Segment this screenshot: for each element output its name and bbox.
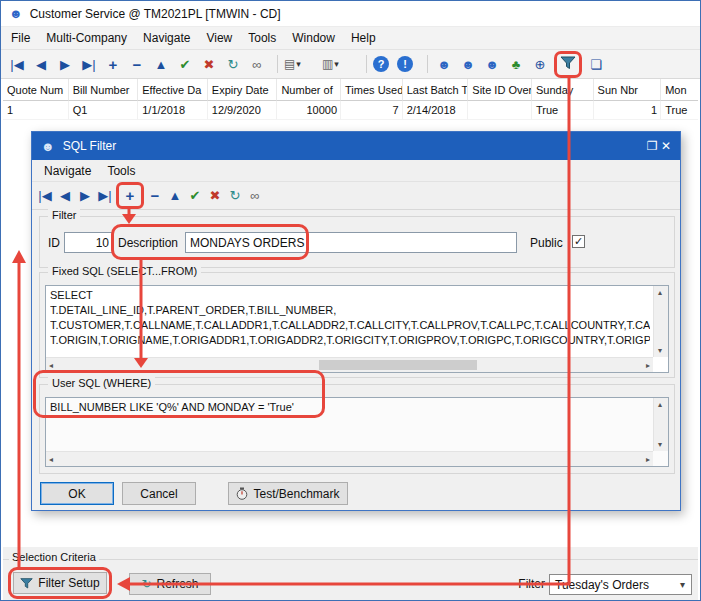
- accept-icon[interactable]: ✔: [175, 57, 195, 72]
- cell-last-batch[interactable]: 2/14/2018: [403, 101, 469, 120]
- cell-times-used[interactable]: 7: [341, 101, 403, 120]
- filter-setup-button[interactable]: Filter Setup: [13, 572, 107, 594]
- dialog-menu-navigate[interactable]: Navigate: [36, 161, 99, 181]
- scroll-up-icon[interactable]: ▴: [658, 400, 662, 409]
- dialog-menu-tools[interactable]: Tools: [99, 161, 143, 181]
- menu-help[interactable]: Help: [343, 28, 384, 48]
- user-sql-textarea[interactable]: BILL_NUMBER LIKE 'Q%' AND MONDAY = 'True…: [45, 397, 669, 467]
- col-times-used[interactable]: Times Used: [341, 79, 403, 101]
- col-monday[interactable]: Mon: [661, 79, 698, 101]
- test-benchmark-button[interactable]: Test/Benchmark: [228, 482, 348, 505]
- cell-sunday[interactable]: True: [532, 101, 594, 120]
- add-record-icon[interactable]: +: [121, 187, 139, 204]
- col-bill-number[interactable]: Bill Number: [69, 79, 139, 101]
- menu-navigate[interactable]: Navigate: [135, 28, 198, 48]
- move-up-icon[interactable]: ▲: [151, 57, 171, 72]
- web-icon[interactable]: ⊕: [530, 57, 550, 72]
- chevron-down-icon[interactable]: ▾: [674, 579, 691, 590]
- scroll-up-icon[interactable]: ▴: [658, 288, 662, 297]
- chevron-down-icon[interactable]: ▾: [296, 59, 301, 69]
- table-row[interactable]: 1 Q1 1/1/2018 12/9/2020 10000 7 2/14/201…: [3, 101, 698, 120]
- refresh-icon[interactable]: ↻: [226, 188, 244, 203]
- scroll-down-icon[interactable]: ▾: [658, 440, 662, 449]
- cell-effective-date[interactable]: 1/1/2018: [138, 101, 208, 120]
- selection-criteria-panel: Selection Criteria Filter Setup ↻ Refres…: [3, 547, 698, 600]
- dialog-titlebar[interactable]: ☻ SQL Filter ❐ ✕: [32, 132, 680, 160]
- horizontal-scrollbar[interactable]: ◂ ▸: [46, 357, 653, 372]
- test-benchmark-label: Test/Benchmark: [253, 487, 339, 501]
- delete-record-icon[interactable]: −: [146, 187, 164, 204]
- horizontal-scrollbar[interactable]: ◂ ▸: [46, 451, 653, 466]
- cell-expiry-date[interactable]: 12/9/2020: [208, 101, 278, 120]
- ok-button[interactable]: OK: [40, 482, 114, 505]
- cell-site-id-override[interactable]: [468, 101, 532, 120]
- cancel-icon[interactable]: ✖: [199, 57, 219, 72]
- menu-window[interactable]: Window: [284, 28, 343, 48]
- col-sunday[interactable]: Sunday: [532, 79, 594, 101]
- fixed-sql-textarea[interactable]: SELECT T.DETAIL_LINE_ID,T.PARENT_ORDER,T…: [45, 285, 669, 373]
- close-icon[interactable]: ✕: [661, 139, 671, 153]
- public-checkbox[interactable]: ✓: [572, 235, 585, 248]
- refresh-button[interactable]: ↻ Refresh: [129, 573, 211, 595]
- filter-icon[interactable]: [560, 55, 576, 74]
- annotation-ring-filter-icon: [554, 51, 582, 78]
- next-record-icon[interactable]: ▶: [76, 188, 94, 203]
- prev-record-icon[interactable]: ◀: [56, 188, 74, 203]
- cell-quote-num[interactable]: 1: [3, 101, 69, 120]
- link-icon[interactable]: ∞: [247, 57, 267, 72]
- scroll-left-icon[interactable]: ◂: [49, 455, 53, 464]
- users-icon[interactable]: ☻: [482, 57, 502, 72]
- vertical-scrollbar[interactable]: ▴ ▾: [653, 286, 668, 357]
- delete-record-icon[interactable]: −: [127, 56, 147, 73]
- move-up-icon[interactable]: ▲: [166, 188, 184, 203]
- cancel-button[interactable]: Cancel: [122, 482, 196, 505]
- cell-bill-number[interactable]: Q1: [69, 101, 139, 120]
- menu-multi-company[interactable]: Multi-Company: [38, 28, 135, 48]
- cell-sun-nbr[interactable]: 1: [594, 101, 662, 120]
- first-record-icon[interactable]: |◀: [36, 188, 54, 203]
- next-record-icon[interactable]: ▶: [55, 57, 75, 72]
- scrollbar-thumb[interactable]: [319, 360, 477, 370]
- menu-view[interactable]: View: [198, 28, 240, 48]
- cell-monday[interactable]: True: [661, 101, 698, 120]
- col-sun-nbr[interactable]: Sun Nbr: [594, 79, 662, 101]
- first-record-icon[interactable]: |◀: [7, 57, 27, 72]
- accept-icon[interactable]: ✔: [186, 188, 204, 203]
- col-expiry-date[interactable]: Expiry Date: [208, 79, 278, 101]
- col-effective-date[interactable]: Effective Da: [138, 79, 208, 101]
- menu-file[interactable]: File: [3, 28, 38, 48]
- link-icon[interactable]: ∞: [246, 188, 264, 203]
- scroll-right-icon[interactable]: ▸: [646, 455, 650, 464]
- restore-icon[interactable]: ❐: [647, 139, 658, 153]
- info-icon[interactable]: !: [397, 56, 413, 72]
- refresh-icon[interactable]: ↻: [223, 57, 243, 72]
- add-record-icon[interactable]: +: [103, 56, 123, 73]
- col-number-of[interactable]: Number of: [277, 79, 341, 101]
- document-icon[interactable]: ❏: [586, 57, 606, 72]
- cell-number-of[interactable]: 10000: [277, 101, 341, 120]
- cancel-icon[interactable]: ✖: [206, 188, 224, 203]
- customer-icon[interactable]: ☻: [434, 57, 454, 72]
- toolbar-separator: [366, 55, 367, 73]
- chevron-down-icon[interactable]: ▾: [334, 59, 339, 69]
- col-last-batch[interactable]: Last Batch T: [403, 79, 469, 101]
- reports-button[interactable]: ▥ ▾: [322, 57, 356, 71]
- menu-tools[interactable]: Tools: [240, 28, 284, 48]
- filter-combobox[interactable]: Tuesday's Orders ▾: [549, 574, 692, 595]
- description-field[interactable]: MONDAYS ORDERS: [185, 232, 517, 253]
- last-record-icon[interactable]: ▶|: [79, 57, 99, 72]
- print-button[interactable]: ▤ ▾: [284, 57, 318, 71]
- col-quote-num[interactable]: Quote Num: [3, 79, 69, 101]
- last-record-icon[interactable]: ▶|: [96, 188, 114, 203]
- id-field[interactable]: 10: [64, 232, 114, 253]
- col-site-id-override[interactable]: Site ID Over: [468, 79, 532, 101]
- vertical-scrollbar[interactable]: ▴ ▾: [653, 398, 668, 451]
- help-icon[interactable]: ?: [373, 56, 389, 72]
- scroll-down-icon[interactable]: ▾: [658, 346, 662, 355]
- user-sql-groupbox: User SQL (WHERE) BILL_NUMBER LIKE 'Q%' A…: [39, 384, 675, 474]
- contacts-icon[interactable]: ☻: [458, 57, 478, 72]
- tree-view-icon[interactable]: ♣: [506, 57, 526, 72]
- prev-record-icon[interactable]: ◀: [31, 57, 51, 72]
- scroll-left-icon[interactable]: ◂: [49, 361, 53, 370]
- scroll-right-icon[interactable]: ▸: [646, 361, 650, 370]
